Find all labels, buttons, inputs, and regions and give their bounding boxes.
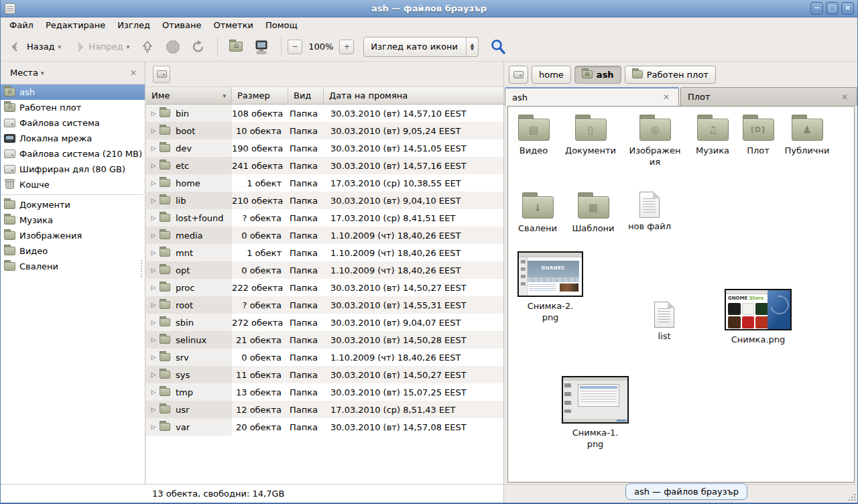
sidebar-item[interactable]: Работен плот (1, 100, 145, 115)
sidebar-item[interactable]: Видео (1, 243, 145, 259)
image-snimka-1[interactable]: Снимка-1. png (558, 376, 633, 450)
table-row[interactable]: ▷ var 20 обекта Папка 30.03.2010 (вт) 14… (146, 418, 503, 436)
expander-icon[interactable]: ▷ (149, 127, 158, 134)
home-button[interactable]: ⌂ (224, 37, 248, 57)
expander-icon[interactable]: ▷ (149, 302, 158, 308)
file-list[interactable]: list (639, 298, 689, 342)
reload-button[interactable] (186, 37, 211, 57)
expander-icon[interactable]: ▷ (149, 214, 158, 221)
table-row[interactable]: ▷ sbin 272 обекта Папка 30.03.2010 (вт) … (146, 314, 503, 331)
table-row[interactable]: ▷ boot 10 обекта Папка 30.03.2010 (вт) 9… (146, 122, 503, 139)
sidebar-item[interactable]: Кошче (1, 177, 145, 192)
table-row[interactable]: ▷ bin 108 обекта Папка 30.03.2010 (вт) 1… (146, 105, 503, 122)
expander-icon[interactable]: ▷ (149, 145, 158, 151)
menu-item[interactable]: Отметки (207, 19, 259, 32)
sidebar-close-icon[interactable]: ✕ (127, 67, 139, 79)
table-row[interactable]: ▷ lost+found ? обекта Папка 17.03.2010 (… (146, 209, 503, 227)
titlebar[interactable]: ash — файлов браузър − □ × (1, 0, 857, 17)
menu-item[interactable]: Помощ (259, 19, 304, 32)
up-button[interactable] (135, 37, 160, 57)
sidebar-title-select[interactable]: Места ▾ (6, 66, 48, 80)
sidebar-item[interactable]: Документи (1, 197, 145, 212)
zoom-out-button[interactable]: − (288, 40, 302, 54)
table-row[interactable]: ▷ opt 0 обекта Папка 1.10.2009 (чт) 18,4… (146, 261, 503, 279)
column-header-name[interactable]: Име ▾ (146, 87, 232, 105)
zoom-in-button[interactable]: + (339, 40, 354, 54)
filesystem-root-button[interactable] (153, 66, 170, 83)
icon-view-canvas[interactable]: ▤ Видео ▯ Документи ◎ Изображен ия ♫ Муз… (507, 106, 855, 483)
menu-item[interactable]: Изглед (111, 19, 156, 32)
expander-icon[interactable]: ▷ (149, 267, 158, 273)
expander-icon[interactable]: ▷ (149, 197, 158, 204)
stop-button[interactable] (160, 37, 186, 57)
table-row[interactable]: ▷ sys 11 обекта Папка 30.03.2010 (вт) 14… (146, 366, 503, 383)
file-new-file[interactable]: нов файл (623, 188, 676, 232)
expander-icon[interactable]: ▷ (149, 284, 158, 291)
breadcrumb-root-button[interactable] (509, 66, 528, 84)
folder-images[interactable]: ◎ Изображен ия (626, 113, 684, 168)
table-row[interactable]: ▷ srv 0 обекта Папка 1.10.2009 (чт) 18,4… (146, 349, 503, 366)
expander-icon[interactable]: ▷ (149, 110, 158, 117)
back-button[interactable]: Назад ▾ (5, 37, 66, 57)
folder-public[interactable]: ♟ Публични (780, 113, 834, 156)
image-snimka-2[interactable]: GUADEC Снимка-2. png (513, 251, 587, 323)
search-button[interactable] (489, 38, 507, 56)
taskbar-window-button[interactable]: ash — файлов браузър (625, 483, 747, 500)
expander-icon[interactable]: ▷ (149, 180, 158, 186)
table-row[interactable]: ▷ selinux 21 обекта Папка 30.03.2010 (вт… (146, 331, 503, 349)
sidebar-resize-grip[interactable] (141, 260, 144, 277)
table-row[interactable]: ▷ lib 210 обекта Папка 30.03.2010 (вт) 9… (146, 192, 503, 209)
folder-documents[interactable]: ▯ Документи (562, 113, 619, 156)
table-row[interactable]: ▷ proc 222 обекта Папка 30.03.2010 (вт) … (146, 279, 503, 296)
table-row[interactable]: ▷ dev 190 обекта Папка 30.03.2010 (вт) 1… (146, 139, 503, 157)
expander-icon[interactable]: ▷ (149, 389, 158, 395)
sidebar-item[interactable]: Файлова система (210 MB) (1, 146, 145, 162)
folder-downloads[interactable]: ↓ Свалени (513, 191, 562, 234)
sidebar-item[interactable]: ash (1, 84, 145, 100)
sidebar-item[interactable]: Свалени (1, 259, 145, 274)
breadcrumb-home-button[interactable]: home (532, 66, 571, 84)
tab-plot[interactable]: Плот ✕ (680, 87, 857, 106)
tab-ash[interactable]: ash ✕ (505, 87, 679, 106)
tab-close-icon[interactable]: ✕ (661, 92, 672, 102)
image-snimka[interactable]: GNOME Store Снимка.png (721, 289, 795, 345)
expander-icon[interactable]: ▷ (149, 162, 158, 169)
tab-close-icon[interactable]: ✕ (839, 92, 850, 102)
view-mode-select[interactable]: Изглед като икони ▲▼ (363, 37, 479, 57)
expander-icon[interactable]: ▷ (149, 336, 158, 343)
window-resize-grip[interactable] (847, 493, 855, 501)
folder-templates[interactable]: ▦ Шаблони (568, 191, 618, 234)
minimize-icon[interactable]: − (810, 2, 823, 15)
expander-icon[interactable]: ▷ (149, 232, 158, 239)
forward-button[interactable]: Напред ▾ (66, 37, 135, 57)
table-row[interactable]: ▷ home 1 обект Папка 17.03.2010 (ср) 10,… (146, 174, 503, 192)
expander-icon[interactable]: ▷ (149, 354, 158, 361)
table-row[interactable]: ▷ media 0 обекта Папка 1.10.2009 (чт) 18… (146, 227, 503, 244)
sidebar-item[interactable]: Файлова система (1, 115, 145, 131)
close-icon[interactable]: × (841, 2, 854, 15)
column-header-date[interactable]: Дата на промяна (324, 87, 503, 105)
sidebar-item[interactable]: Шифриран дял (80 GB) (1, 162, 145, 177)
breadcrumb-desktop-button[interactable]: Работен плот (625, 66, 716, 84)
table-row[interactable]: ▷ tmp 13 обекта Папка 30.03.2010 (вт) 15… (146, 383, 503, 401)
column-header-type[interactable]: Вид (288, 87, 324, 105)
expander-icon[interactable]: ▷ (149, 249, 158, 256)
expander-icon[interactable]: ▷ (149, 406, 158, 413)
expander-icon[interactable]: ▷ (149, 371, 158, 378)
sidebar-item[interactable]: Локална мрежа (1, 131, 145, 146)
menu-item[interactable]: Отиване (156, 19, 207, 32)
folder-desktop[interactable]: [D] Плот (737, 113, 779, 156)
breadcrumb-current-button[interactable]: ⌂ ash (574, 66, 621, 84)
menu-item[interactable]: Файл (3, 19, 40, 32)
sidebar-item[interactable]: Музика (1, 212, 145, 228)
column-header-size[interactable]: Размер (232, 87, 288, 105)
expander-icon[interactable]: ▷ (149, 319, 158, 326)
table-row[interactable]: ▷ usr 12 обекта Папка 17.03.2010 (ср) 8,… (146, 401, 503, 418)
folder-video[interactable]: ▤ Видео (512, 113, 555, 156)
computer-button[interactable] (248, 37, 275, 57)
table-row[interactable]: ▷ etc 241 обекта Папка 30.03.2010 (вт) 1… (146, 157, 503, 174)
menu-item[interactable]: Редактиране (40, 19, 111, 32)
maximize-icon[interactable]: □ (826, 2, 839, 15)
folder-music[interactable]: ♫ Музика (689, 113, 736, 156)
table-row[interactable]: ▷ mnt 1 обект Папка 1.10.2009 (чт) 18,40… (146, 244, 503, 261)
